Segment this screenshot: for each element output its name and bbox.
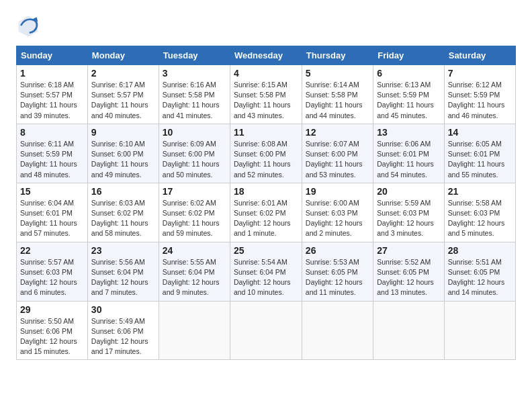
day-info: Sunrise: 6:08 AMSunset: 6:00 PMDaylight:… — [234, 140, 291, 179]
calendar-cell: 8 Sunrise: 6:11 AMSunset: 5:59 PMDayligh… — [17, 124, 88, 183]
day-info: Sunrise: 6:04 AMSunset: 6:01 PMDaylight:… — [20, 199, 77, 238]
col-sunday: Sunday — [17, 46, 88, 65]
day-number: 15 — [20, 186, 84, 197]
calendar-cell — [159, 301, 230, 360]
day-number: 21 — [448, 186, 512, 197]
day-info: Sunrise: 6:15 AMSunset: 5:58 PMDaylight:… — [234, 81, 291, 120]
calendar-cell: 30 Sunrise: 5:49 AMSunset: 6:06 PMDaylig… — [87, 301, 159, 360]
day-info: Sunrise: 5:50 AMSunset: 6:06 PMDaylight:… — [20, 317, 77, 356]
calendar-cell: 18 Sunrise: 6:01 AMSunset: 6:02 PMDaylig… — [230, 183, 302, 242]
day-info: Sunrise: 5:57 AMSunset: 6:03 PMDaylight:… — [20, 258, 77, 297]
calendar-cell: 28 Sunrise: 5:51 AMSunset: 6:05 PMDaylig… — [444, 242, 515, 301]
calendar-cell: 2 Sunrise: 6:17 AMSunset: 5:57 PMDayligh… — [87, 65, 159, 124]
day-info: Sunrise: 5:56 AMSunset: 6:04 PMDaylight:… — [91, 258, 148, 297]
day-number: 29 — [20, 304, 84, 315]
calendar-cell: 12 Sunrise: 6:07 AMSunset: 6:00 PMDaylig… — [302, 124, 373, 183]
col-wednesday: Wednesday — [230, 46, 302, 65]
day-number: 6 — [377, 68, 441, 79]
calendar-cell: 13 Sunrise: 6:06 AMSunset: 6:01 PMDaylig… — [373, 124, 445, 183]
logo-icon — [16, 13, 40, 38]
day-number: 4 — [234, 68, 298, 79]
header — [16, 13, 516, 38]
day-number: 13 — [377, 127, 441, 138]
calendar-cell: 16 Sunrise: 6:03 AMSunset: 6:02 PMDaylig… — [87, 183, 159, 242]
day-number: 24 — [163, 245, 226, 256]
calendar-cell: 5 Sunrise: 6:14 AMSunset: 5:58 PMDayligh… — [302, 65, 373, 124]
day-number: 30 — [91, 304, 155, 315]
calendar-cell: 25 Sunrise: 5:54 AMSunset: 6:04 PMDaylig… — [230, 242, 302, 301]
day-info: Sunrise: 6:14 AMSunset: 5:58 PMDaylight:… — [306, 81, 363, 120]
day-info: Sunrise: 6:05 AMSunset: 6:01 PMDaylight:… — [448, 140, 505, 179]
day-info: Sunrise: 6:16 AMSunset: 5:58 PMDaylight:… — [163, 81, 220, 120]
day-info: Sunrise: 5:55 AMSunset: 6:04 PMDaylight:… — [163, 258, 220, 297]
day-info: Sunrise: 5:58 AMSunset: 6:03 PMDaylight:… — [448, 199, 505, 238]
day-info: Sunrise: 6:18 AMSunset: 5:57 PMDaylight:… — [20, 81, 77, 120]
calendar-cell: 15 Sunrise: 6:04 AMSunset: 6:01 PMDaylig… — [17, 183, 88, 242]
calendar-cell: 11 Sunrise: 6:08 AMSunset: 6:00 PMDaylig… — [230, 124, 302, 183]
day-number: 22 — [20, 245, 84, 256]
week-row-3: 15 Sunrise: 6:04 AMSunset: 6:01 PMDaylig… — [17, 183, 516, 242]
calendar-cell — [444, 301, 515, 360]
col-thursday: Thursday — [302, 46, 373, 65]
calendar-cell: 23 Sunrise: 5:56 AMSunset: 6:04 PMDaylig… — [87, 242, 159, 301]
day-number: 25 — [234, 245, 298, 256]
day-number: 5 — [306, 68, 369, 79]
day-number: 8 — [20, 127, 84, 138]
week-row-1: 1 Sunrise: 6:18 AMSunset: 5:57 PMDayligh… — [17, 65, 516, 124]
col-friday: Friday — [373, 46, 445, 65]
day-number: 2 — [91, 68, 155, 79]
day-number: 16 — [91, 186, 155, 197]
day-number: 10 — [163, 127, 226, 138]
day-info: Sunrise: 5:52 AMSunset: 6:05 PMDaylight:… — [377, 258, 434, 297]
calendar-cell: 26 Sunrise: 5:53 AMSunset: 6:05 PMDaylig… — [302, 242, 373, 301]
day-info: Sunrise: 6:13 AMSunset: 5:59 PMDaylight:… — [377, 81, 434, 120]
day-number: 28 — [448, 245, 512, 256]
week-row-5: 29 Sunrise: 5:50 AMSunset: 6:06 PMDaylig… — [17, 301, 516, 360]
page: Sunday Monday Tuesday Wednesday Thursday… — [0, 0, 532, 371]
calendar-cell: 24 Sunrise: 5:55 AMSunset: 6:04 PMDaylig… — [159, 242, 230, 301]
col-tuesday: Tuesday — [159, 46, 230, 65]
day-number: 19 — [306, 186, 369, 197]
day-info: Sunrise: 5:49 AMSunset: 6:06 PMDaylight:… — [91, 317, 148, 356]
calendar-cell — [373, 301, 445, 360]
calendar-header-row: Sunday Monday Tuesday Wednesday Thursday… — [17, 46, 516, 65]
calendar-cell: 9 Sunrise: 6:10 AMSunset: 6:00 PMDayligh… — [87, 124, 159, 183]
day-number: 11 — [234, 127, 298, 138]
day-info: Sunrise: 5:53 AMSunset: 6:05 PMDaylight:… — [306, 258, 363, 297]
calendar-cell: 4 Sunrise: 6:15 AMSunset: 5:58 PMDayligh… — [230, 65, 302, 124]
day-info: Sunrise: 5:51 AMSunset: 6:05 PMDaylight:… — [448, 258, 505, 297]
day-info: Sunrise: 6:01 AMSunset: 6:02 PMDaylight:… — [234, 199, 291, 238]
calendar-cell: 20 Sunrise: 5:59 AMSunset: 6:03 PMDaylig… — [373, 183, 445, 242]
day-number: 18 — [234, 186, 298, 197]
calendar-cell — [302, 301, 373, 360]
day-number: 14 — [448, 127, 512, 138]
calendar-cell: 19 Sunrise: 6:00 AMSunset: 6:03 PMDaylig… — [302, 183, 373, 242]
day-number: 1 — [20, 68, 84, 79]
calendar-cell: 10 Sunrise: 6:09 AMSunset: 6:00 PMDaylig… — [159, 124, 230, 183]
day-info: Sunrise: 5:54 AMSunset: 6:04 PMDaylight:… — [234, 258, 291, 297]
logo-area — [16, 13, 43, 38]
calendar-cell: 14 Sunrise: 6:05 AMSunset: 6:01 PMDaylig… — [444, 124, 515, 183]
day-number: 12 — [306, 127, 369, 138]
day-info: Sunrise: 5:59 AMSunset: 6:03 PMDaylight:… — [377, 199, 434, 238]
day-info: Sunrise: 6:06 AMSunset: 6:01 PMDaylight:… — [377, 140, 434, 179]
day-info: Sunrise: 6:02 AMSunset: 6:02 PMDaylight:… — [163, 199, 220, 238]
day-info: Sunrise: 6:07 AMSunset: 6:00 PMDaylight:… — [306, 140, 363, 179]
day-number: 17 — [163, 186, 226, 197]
calendar-cell: 21 Sunrise: 5:58 AMSunset: 6:03 PMDaylig… — [444, 183, 515, 242]
day-number: 9 — [91, 127, 155, 138]
day-info: Sunrise: 6:17 AMSunset: 5:57 PMDaylight:… — [91, 81, 148, 120]
calendar-cell: 7 Sunrise: 6:12 AMSunset: 5:59 PMDayligh… — [444, 65, 515, 124]
calendar-cell: 6 Sunrise: 6:13 AMSunset: 5:59 PMDayligh… — [373, 65, 445, 124]
day-info: Sunrise: 6:03 AMSunset: 6:02 PMDaylight:… — [91, 199, 148, 238]
calendar-cell: 1 Sunrise: 6:18 AMSunset: 5:57 PMDayligh… — [17, 65, 88, 124]
day-info: Sunrise: 6:11 AMSunset: 5:59 PMDaylight:… — [20, 140, 77, 179]
calendar-table: Sunday Monday Tuesday Wednesday Thursday… — [16, 46, 516, 360]
day-info: Sunrise: 6:10 AMSunset: 6:00 PMDaylight:… — [91, 140, 148, 179]
day-number: 26 — [306, 245, 369, 256]
col-saturday: Saturday — [444, 46, 515, 65]
day-number: 23 — [91, 245, 155, 256]
calendar-cell — [230, 301, 302, 360]
col-monday: Monday — [87, 46, 159, 65]
calendar-cell: 3 Sunrise: 6:16 AMSunset: 5:58 PMDayligh… — [159, 65, 230, 124]
